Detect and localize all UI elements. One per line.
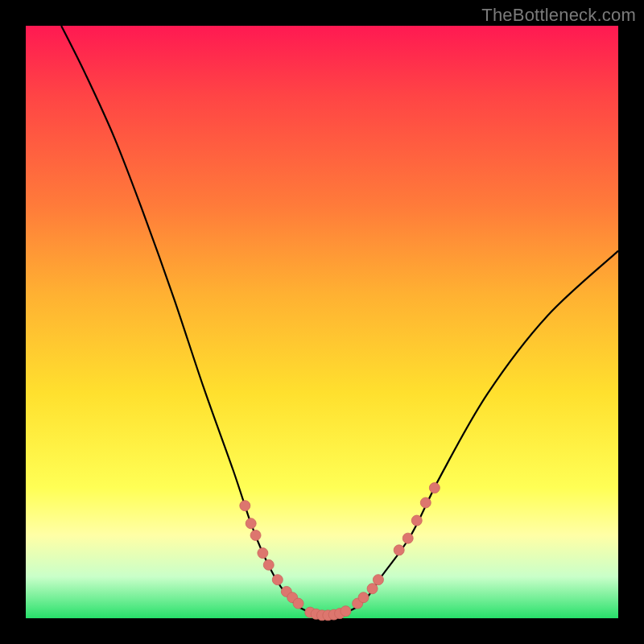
marker-layer [240, 483, 440, 621]
curve-marker [429, 483, 440, 493]
curve-marker [258, 548, 268, 559]
chart-svg [26, 26, 618, 618]
outer-frame: TheBottleneck.com [0, 0, 644, 644]
curve-marker [358, 592, 369, 603]
curve-marker [272, 575, 283, 585]
curve-marker [240, 501, 250, 511]
curve-marker [246, 518, 256, 529]
curve-marker [250, 530, 261, 540]
curve-marker [420, 497, 431, 508]
curve-marker [402, 533, 413, 543]
curve-marker [263, 559, 274, 570]
curve-marker [341, 606, 351, 617]
curve-marker [394, 545, 404, 555]
plot-area [26, 26, 618, 618]
curve-marker [367, 584, 378, 594]
curve-marker [293, 598, 303, 609]
curve-marker [411, 515, 422, 526]
bottleneck-curve [61, 26, 618, 616]
curve-marker [373, 575, 383, 585]
watermark-text: TheBottleneck.com [481, 5, 636, 26]
